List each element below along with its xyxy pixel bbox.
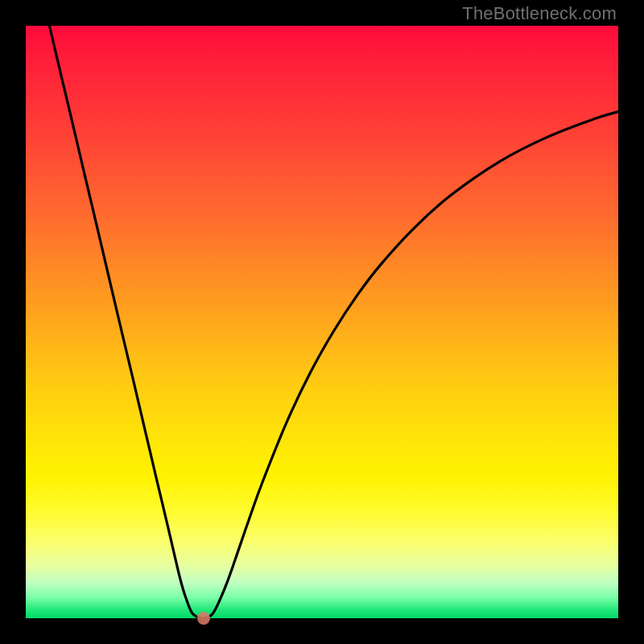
attribution-label: TheBottleneck.com [462, 3, 617, 24]
optimum-marker [197, 612, 210, 625]
chart-frame: TheBottleneck.com [0, 0, 644, 644]
bottleneck-curve [26, 26, 618, 618]
plot-area [26, 26, 618, 618]
